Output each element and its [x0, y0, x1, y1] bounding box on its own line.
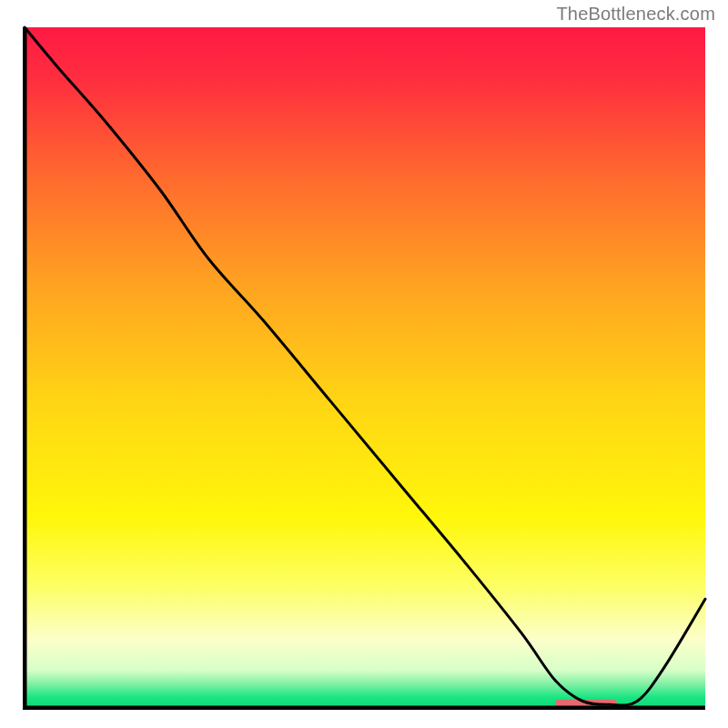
watermark-text: TheBottleneck.com [556, 4, 715, 25]
gradient-background [25, 27, 705, 708]
chart-container [23, 25, 707, 710]
bottleneck-chart [23, 25, 707, 710]
